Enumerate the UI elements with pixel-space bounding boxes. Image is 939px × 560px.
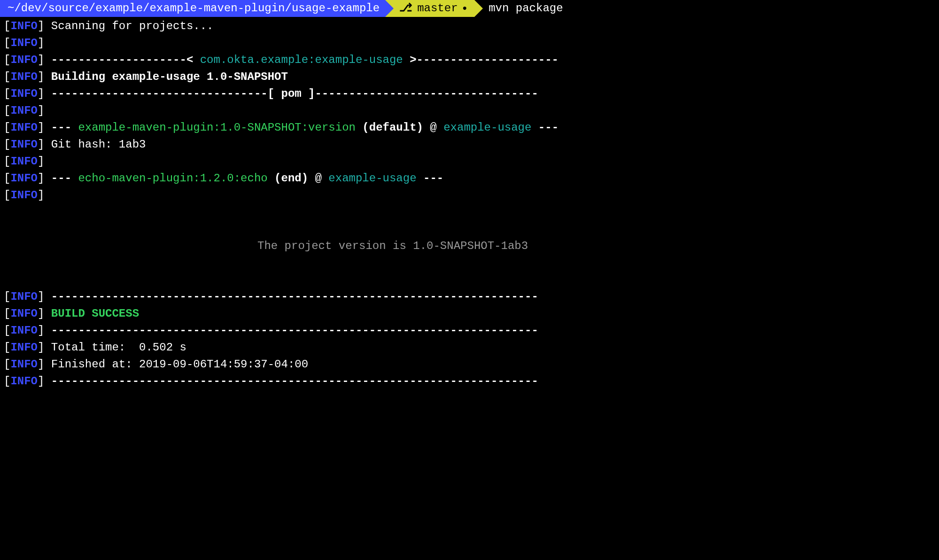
- output-line: [INFO] --------------------< com.okta.ex…: [4, 52, 935, 69]
- output-line: [INFO] Git hash: 1ab3: [4, 136, 935, 153]
- build-success: BUILD SUCCESS: [51, 307, 139, 320]
- plugin-project: example-usage: [443, 121, 531, 134]
- git-status-dot: ●: [463, 3, 467, 14]
- output-line: [INFO]: [4, 187, 935, 204]
- output-line: [INFO] --------------------------------[…: [4, 86, 935, 102]
- separator-line: ----------------------------------------…: [51, 290, 538, 303]
- git-hash-text: Git hash: 1ab3: [51, 138, 146, 151]
- total-time: Total time: 0.502 s: [51, 341, 186, 354]
- output-line: [INFO]: [4, 102, 935, 119]
- path-segment: ~/dev/source/example/example-maven-plugi…: [0, 0, 385, 17]
- output-line: [INFO] --- example-maven-plugin:1.0-SNAP…: [4, 119, 935, 136]
- project-version-line: The project version is 1.0-SNAPSHOT-1ab3: [4, 238, 935, 255]
- terminal-output: [INFO] Scanning for projects... [INFO] […: [0, 17, 939, 391]
- git-branch-name: master: [417, 0, 458, 17]
- output-line: [INFO] BUILD SUCCESS: [4, 305, 935, 322]
- git-branch-icon: ⎇: [399, 0, 412, 17]
- plugin-goal: example-maven-plugin:1.0-SNAPSHOT:versio…: [78, 121, 356, 134]
- output-line: [INFO] Total time: 0.502 s: [4, 339, 935, 356]
- plugin-project: example-usage: [328, 172, 416, 185]
- output-line: [INFO] ---------------------------------…: [4, 288, 935, 305]
- empty-line: [4, 255, 935, 272]
- output-line: [INFO] Building example-usage 1.0-SNAPSH…: [4, 69, 935, 86]
- pom-line: --------------------------------[ pom ]-…: [51, 87, 538, 100]
- empty-line: [4, 272, 935, 288]
- scanning-text: Scanning for projects...: [51, 20, 214, 32]
- current-path: ~/dev/source/example/example-maven-plugi…: [8, 0, 380, 17]
- finished-at: Finished at: 2019-09-06T14:59:37-04:00: [51, 358, 308, 371]
- command-segment: mvn package: [474, 0, 563, 17]
- project-id: com.okta.example:example-usage: [200, 54, 403, 66]
- separator-line: ----------------------------------------…: [51, 375, 538, 388]
- empty-line: [4, 204, 935, 221]
- git-branch-segment: ⎇ master ●: [385, 0, 474, 17]
- output-line: [INFO]: [4, 153, 935, 170]
- output-line: [INFO] ---------------------------------…: [4, 322, 935, 339]
- separator-line: ----------------------------------------…: [51, 324, 538, 337]
- output-line: [INFO]: [4, 35, 935, 52]
- command-text: mvn package: [489, 0, 563, 17]
- building-text: Building example-usage 1.0-SNAPSHOT: [51, 70, 288, 83]
- output-line: [INFO] Scanning for projects...: [4, 18, 935, 35]
- empty-line: [4, 221, 935, 238]
- output-line: [INFO] ---------------------------------…: [4, 373, 935, 390]
- prompt-line[interactable]: ~/dev/source/example/example-maven-plugi…: [0, 0, 939, 17]
- output-line: [INFO] --- echo-maven-plugin:1.2.0:echo …: [4, 170, 935, 187]
- output-line: [INFO] Finished at: 2019-09-06T14:59:37-…: [4, 356, 935, 373]
- plugin-goal: echo-maven-plugin:1.2.0:echo: [78, 172, 267, 185]
